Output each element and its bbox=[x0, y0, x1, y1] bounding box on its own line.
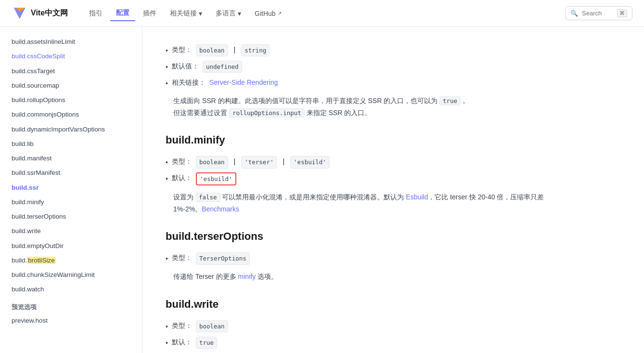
ssr-link[interactable]: Server-Side Rendering bbox=[209, 77, 278, 89]
chevron-down-icon: ▾ bbox=[238, 10, 241, 17]
sidebar-item-assets-inline-limit[interactable]: build.assetsInlineLimit bbox=[0, 35, 142, 49]
top-bullets: 类型： boolean | string 默认值： undefined 相关链接… bbox=[166, 42, 553, 91]
sidebar-item-css-target[interactable]: build.cssTarget bbox=[0, 64, 142, 78]
rollup-input-code: rollupOptions.input bbox=[229, 108, 305, 118]
page-layout: build.assetsInlineLimit build.cssCodeSpl… bbox=[0, 0, 644, 353]
related-label: 相关链接： bbox=[172, 77, 206, 89]
pipe-sep: | bbox=[234, 44, 236, 56]
sidebar-item-sourcemap[interactable]: build.sourcemap bbox=[0, 78, 142, 93]
write-default-bullet: 默认： true bbox=[166, 335, 553, 351]
logo-text: Vite中文网 bbox=[31, 8, 68, 18]
true-code: true bbox=[439, 96, 461, 105]
minify-type-boolean: boolean bbox=[196, 156, 228, 168]
type-code-string: string bbox=[241, 44, 270, 56]
write-default-code: true bbox=[196, 337, 217, 349]
write-heading: build.write bbox=[166, 298, 553, 311]
sidebar-item-manifest[interactable]: build.manifest bbox=[0, 151, 142, 166]
benchmarks-link[interactable]: Benchmarks bbox=[202, 205, 239, 213]
sidebar-item-watch[interactable]: build.watch bbox=[0, 282, 142, 297]
minify-default-label: 默认： bbox=[172, 172, 192, 184]
sidebar-item-preview-host[interactable]: preview.host bbox=[0, 314, 142, 328]
sidebar-item-lib[interactable]: build.lib bbox=[0, 137, 142, 151]
minify-description: 设置为 false 可以禁用最小化混淆，或是用来指定使用哪种混淆器。默认为 Es… bbox=[173, 191, 553, 215]
bullet-type: 类型： boolean | string bbox=[166, 42, 553, 59]
write-type-label: 类型： bbox=[172, 320, 192, 332]
sidebar-section-preview: 预览选项 bbox=[0, 297, 142, 314]
terser-type-label: 类型： bbox=[172, 252, 192, 264]
nav-link-github[interactable]: GitHub ↗ bbox=[249, 7, 287, 20]
search-icon: 🔍 bbox=[570, 10, 578, 17]
minify-bullets: 类型： boolean | 'terser' | 'esbuild' 默认： '… bbox=[166, 154, 553, 187]
sidebar-item-ssr-manifest[interactable]: build.ssrManifest bbox=[0, 166, 142, 180]
terser-bullets: 类型： TerserOptions bbox=[166, 250, 553, 267]
search-label: Search bbox=[582, 10, 602, 17]
minify-default-code: 'esbuild' bbox=[196, 172, 236, 185]
write-bullets: 类型： boolean 默认： true bbox=[166, 318, 553, 351]
chevron-down-icon: ▾ bbox=[199, 10, 202, 17]
minify-options-link[interactable]: minify bbox=[238, 273, 256, 280]
sidebar-item-minify[interactable]: build.minify bbox=[0, 195, 142, 209]
minify-type-esbuild: 'esbuild' bbox=[290, 156, 330, 168]
sidebar-item-terser-options[interactable]: build.terserOptions bbox=[0, 209, 142, 224]
sidebar-item-brotli-size[interactable]: build.brotliSize bbox=[0, 253, 142, 268]
write-type-code: boolean bbox=[196, 320, 228, 332]
main-content: 类型： boolean | string 默认值： undefined 相关链接… bbox=[142, 27, 576, 353]
navbar: Vite中文网 指引 配置 插件 相关链接 ▾ 多语言 ▾ GitHub ↗ 🔍… bbox=[0, 0, 644, 27]
minify-type-terser: 'terser' bbox=[241, 156, 277, 168]
sidebar-item-ssr[interactable]: build.ssr bbox=[0, 181, 142, 195]
sidebar-item-rollup-options[interactable]: build.rollupOptions bbox=[0, 93, 142, 107]
esbuild-link[interactable]: Esbuild bbox=[406, 193, 428, 201]
terser-description: 传递给 Terser 的更多 minify 选项。 bbox=[173, 271, 553, 283]
nav-link-related[interactable]: 相关链接 ▾ bbox=[164, 6, 208, 21]
write-type-bullet: 类型： boolean bbox=[166, 318, 553, 335]
type-label: 类型： bbox=[172, 44, 192, 56]
sidebar-item-dynamic-import[interactable]: build.dynamicImportVarsOptions bbox=[0, 122, 142, 137]
bullet-related: 相关链接： Server-Side Rendering bbox=[166, 75, 553, 92]
terser-type-bullet: 类型： TerserOptions bbox=[166, 250, 553, 267]
minify-type-label: 类型： bbox=[172, 156, 192, 168]
brotli-prefix: build. bbox=[12, 257, 27, 264]
search-kbd: ⌘ bbox=[617, 9, 627, 17]
logo[interactable]: Vite中文网 bbox=[12, 6, 68, 21]
minify-type-bullet: 类型： boolean | 'terser' | 'esbuild' bbox=[166, 154, 553, 170]
bullet-default: 默认值： undefined bbox=[166, 59, 553, 75]
type-code-boolean: boolean bbox=[196, 44, 228, 56]
sidebar: build.assetsInlineLimit build.cssCodeSpl… bbox=[0, 27, 142, 353]
brotli-highlight: brotliSize bbox=[27, 257, 56, 264]
default-code-undefined: undefined bbox=[203, 61, 242, 73]
nav-link-guide[interactable]: 指引 bbox=[83, 6, 108, 21]
default-label: 默认值： bbox=[172, 61, 199, 72]
nav-link-config[interactable]: 配置 bbox=[110, 6, 135, 21]
sidebar-item-css-code-split[interactable]: build.cssCodeSplit bbox=[0, 49, 142, 64]
false-code: false bbox=[195, 193, 220, 202]
search-button[interactable]: 🔍 Search ⌘ bbox=[565, 6, 632, 20]
minify-default-bullet: 默认： 'esbuild' bbox=[166, 170, 553, 187]
minify-heading: build.minify bbox=[166, 134, 553, 146]
terser-heading: build.terserOptions bbox=[166, 230, 553, 243]
sidebar-item-commonjs-options[interactable]: build.commonjsOptions bbox=[0, 107, 142, 122]
ssr-description: 生成面向 SSR 的构建。此选项的值可以是字符串，用于直接定义 SSR 的入口，… bbox=[173, 95, 553, 118]
sidebar-item-chunk-size[interactable]: build.chunkSizeWarningLimit bbox=[0, 268, 142, 282]
nav-link-language[interactable]: 多语言 ▾ bbox=[210, 6, 247, 21]
write-default-label: 默认： bbox=[172, 337, 192, 348]
external-link-icon: ↗ bbox=[278, 11, 282, 16]
sidebar-item-empty-out-dir[interactable]: build.emptyOutDir bbox=[0, 239, 142, 253]
nav-link-plugins[interactable]: 插件 bbox=[137, 6, 162, 21]
sidebar-item-write[interactable]: build.write bbox=[0, 224, 142, 238]
nav-links: 指引 配置 插件 相关链接 ▾ 多语言 ▾ GitHub ↗ bbox=[83, 6, 561, 21]
terser-type-code: TerserOptions bbox=[196, 252, 250, 264]
vite-logo-icon bbox=[12, 6, 27, 21]
